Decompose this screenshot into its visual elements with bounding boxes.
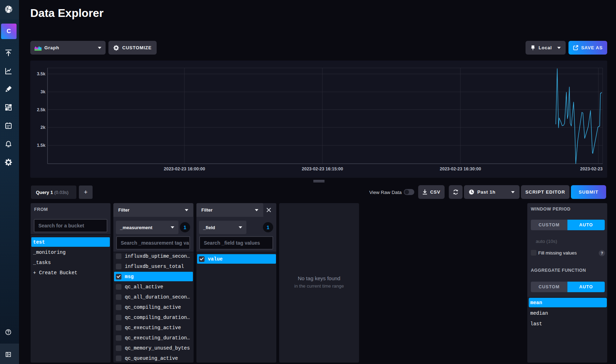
svg-text:1.5k: 1.5k <box>37 143 45 148</box>
svg-text:2023-02-23: 2023-02-23 <box>580 167 603 171</box>
svg-text:2023-02-23 16:15:00: 2023-02-23 16:15:00 <box>302 167 343 171</box>
svg-text:3k: 3k <box>40 89 45 94</box>
svg-text:2.5k: 2.5k <box>37 107 45 112</box>
svg-text:2023-02-23 16:30:00: 2023-02-23 16:30:00 <box>440 167 481 171</box>
svg-text:2023-02-23 16:00:00: 2023-02-23 16:00:00 <box>164 167 205 171</box>
svg-text:3.5k: 3.5k <box>37 71 45 76</box>
svg-text:2k: 2k <box>40 125 45 130</box>
